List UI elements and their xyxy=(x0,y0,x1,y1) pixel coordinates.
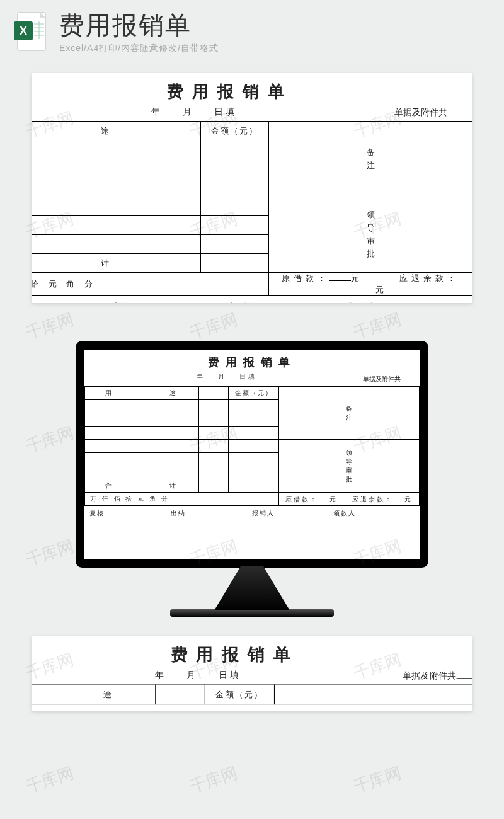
total-label: 合 计 xyxy=(32,258,132,268)
loan-prev-blank xyxy=(329,273,351,281)
sign-cashier: 出纳 xyxy=(112,301,231,303)
page-header: X 费用报销单 Excel/A4打印/内容随意修改/自带格式 xyxy=(0,0,504,60)
form-title-s: 费用报销单 xyxy=(84,350,420,371)
attach-s: 单据及附件共 xyxy=(363,375,401,382)
unit-yuan-1: 元 xyxy=(351,273,363,283)
col-amount-b: 金额（元） xyxy=(215,689,264,699)
sign-review-s: 复核 xyxy=(89,509,171,518)
cn-units: 仟 佰 拾 元 角 分 xyxy=(32,279,96,289)
date-day-b: 日填 xyxy=(219,670,242,680)
watermark-text: 千库网 xyxy=(187,308,241,344)
yuan-s1: 元 xyxy=(329,496,338,503)
date-month-s: 月 xyxy=(218,373,227,380)
watermark-text: 千库网 xyxy=(187,762,241,798)
watermark-text: 千库网 xyxy=(23,308,77,344)
sign-payee-s: 领款人 xyxy=(333,509,415,518)
cn-units-s: 万 仟 佰 拾 元 角 分 xyxy=(90,495,169,502)
date-month-label: 月 xyxy=(183,106,194,117)
col-purpose: 用 途 xyxy=(32,126,132,135)
page-title: 费用报销单 xyxy=(59,11,219,39)
excel-file-icon: X xyxy=(13,11,48,52)
loan-refund-label: 应退余款： xyxy=(399,273,459,283)
yuan-s2: 元 xyxy=(404,496,413,503)
template-preview-bottom: 费用报销单 年 月 日填 单据及附件共 用 途 金额（元） xyxy=(32,636,472,711)
monitor-stand xyxy=(214,566,290,610)
loan-refund-blank xyxy=(354,285,375,292)
loan-prev-s: 原借款： xyxy=(285,496,318,503)
header-text: 费用报销单 Excel/A4打印/内容随意修改/自带格式 xyxy=(59,11,219,54)
date-year-s: 年 xyxy=(197,373,205,380)
col-purpose-s: 用 途 xyxy=(105,389,191,396)
template-preview-flat: 费用报销单 年 月 日填 单据及附件共 用 途 金额（元） 备 注 xyxy=(32,73,472,303)
form-title-b: 费用报销单 xyxy=(32,636,472,668)
expense-form-bottom: 费用报销单 年 月 日填 单据及附件共 用 途 金额（元） xyxy=(32,636,472,704)
date-day-label: 日填 xyxy=(214,106,237,117)
sign-payee: 领款人 xyxy=(348,301,467,303)
expense-form: 费用报销单 年 月 日填 单据及附件共 用 途 金额（元） 备 注 xyxy=(32,73,472,303)
attach-blank-s xyxy=(401,372,413,381)
attach-blank-b xyxy=(457,670,472,679)
attachment-blank xyxy=(447,106,466,115)
expense-form-small: 费用报销单 年 月 日填 单据及附件共 用 途 金额（元 xyxy=(84,350,420,518)
sign-reimburser-s: 报销人 xyxy=(252,509,333,518)
date-year-label: 年 xyxy=(151,106,163,117)
loan-prev-blank-s xyxy=(318,494,329,501)
date-month-b: 月 xyxy=(186,670,198,680)
total-s: 合 计 xyxy=(105,482,191,489)
col-amount: 金额（元） xyxy=(211,126,258,135)
form-title: 费用报销单 xyxy=(32,73,472,105)
sign-reimburser: 报销人 xyxy=(230,301,348,303)
date-day-s: 日填 xyxy=(239,373,257,380)
sign-cashier-s: 出纳 xyxy=(171,509,252,518)
attachment-label: 单据及附件共 xyxy=(394,107,447,117)
template-preview-monitor: 费用报销单 年 月 日填 单据及附件共 用 途 金额（元 xyxy=(32,341,472,617)
side-remark-s: 备 注 xyxy=(346,405,352,421)
col-amount-s: 金额（元） xyxy=(235,389,273,396)
watermark-text: 千库网 xyxy=(351,308,404,344)
loan-refund-s: 应退余款： xyxy=(352,496,393,503)
watermark-text: 千库网 xyxy=(351,762,404,798)
table-row: 领 导 审 批 xyxy=(32,197,472,216)
side-approve-s: 领 导 审 批 xyxy=(346,449,352,483)
side-remark: 备 注 xyxy=(367,147,375,170)
page-subtitle: Excel/A4打印/内容随意修改/自带格式 xyxy=(59,43,219,54)
col-purpose-b: 用 途 xyxy=(32,689,135,699)
date-year-b: 年 xyxy=(155,670,166,680)
monitor-bezel: 费用报销单 年 月 日填 单据及附件共 用 途 金额（元 xyxy=(76,341,428,568)
loan-refund-blank-s xyxy=(393,494,404,501)
attach-b: 单据及附件共 xyxy=(403,670,457,680)
table-row: 领 导 审 批 xyxy=(85,440,420,453)
loan-prev-label: 原借款： xyxy=(282,273,329,283)
expense-table: 用 途 金额（元） 备 注 领 导 审 批 合 计 仟 佰 拾 元 角 分 xyxy=(32,121,472,296)
watermark-text: 千库网 xyxy=(23,762,77,798)
sign-review: 复核 xyxy=(32,301,112,303)
signature-row: 复核 出纳 报销人 领款人 xyxy=(32,296,472,303)
form-dateline: 年 月 日填 单据及附件共 xyxy=(32,105,472,121)
svg-text:X: X xyxy=(20,25,27,37)
unit-yuan-2: 元 xyxy=(375,285,387,294)
cn-units-row: 仟 佰 拾 元 角 分 原借款：元 应退余款：元 xyxy=(32,273,472,296)
monitor-screen: 费用报销单 年 月 日填 单据及附件共 用 途 金额（元 xyxy=(84,350,420,559)
side-approve: 领 导 审 批 xyxy=(367,210,375,258)
